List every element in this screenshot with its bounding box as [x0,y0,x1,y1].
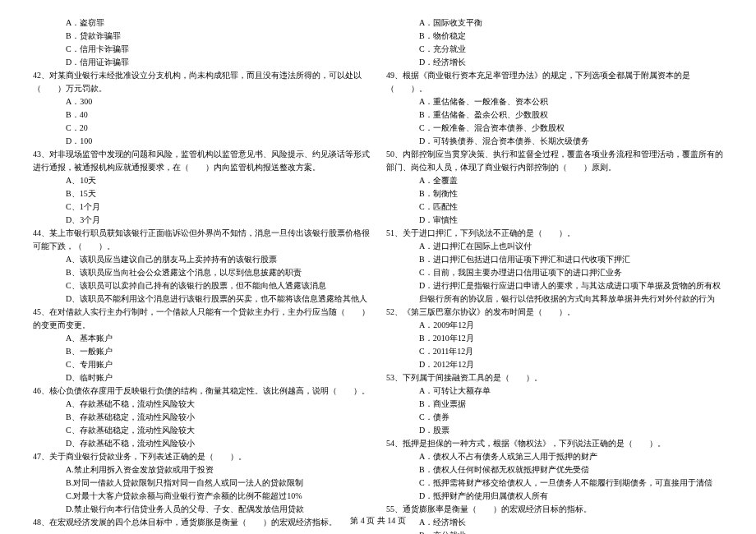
q46-option-a: A、存款基础不稳，流动性风险较大 [33,398,370,411]
q45-text: 45、在对借款人实行主办行制时，一个借款人只能有一个贷款主办行，主办行应当随（ … [33,306,370,332]
q51-option-a: A．进口押汇在国际上也叫议付 [386,240,723,253]
q43-option-c: C、1个月 [33,200,370,214]
q41-option-c: C．信用卡诈骗罪 [33,43,370,56]
q54-text: 54、抵押是担保的一种方式，根据《物权法》，下列说法正确的是（ ）。 [386,437,723,450]
q50-option-a: A．全覆盖 [386,174,723,187]
q48-option-b: B．物价稳定 [386,30,723,43]
q52-option-a: A．2009年12月 [386,319,723,332]
q46-option-b: B、存款基础稳定，流动性风险较小 [33,411,370,424]
q43-option-a: A、10天 [33,174,370,187]
q52-text: 52、《第三版巴塞尔协议》的发布时间是（ ）。 [386,306,723,319]
q54-option-b: B．债权人任何时候都无权就抵押财产优先受偿 [386,463,723,476]
q41-option-d: D．信用证诈骗罪 [33,56,370,69]
q55-option-b: B．充分就业 [386,529,723,534]
q42-option-d: D．100 [33,135,370,148]
q53-option-c: C．债券 [386,411,723,424]
q49-option-b: B．重估储备、盈余公积、少数股权 [386,108,723,122]
q50-option-b: B．制衡性 [386,187,723,200]
q47-option-b: B.对同一借款人贷款限制只指对同一自然人或同一法人的贷款限制 [33,476,370,490]
q43-option-b: B、15天 [33,187,370,200]
q48-option-a: A．国际收支平衡 [386,16,723,30]
q51-option-b: B．进口押汇包括进口信用证项下押汇和进口代收项下押汇 [386,253,723,266]
q42-option-b: B．40 [33,108,370,122]
q43-option-d: D、3个月 [33,214,370,227]
q44-option-b: B、该职员应当向社会公众透露这个消息，以尽到信息披露的职责 [33,266,370,279]
q51-option-d: D．进行押汇是指银行应进口申请人的要求，与其达成进口项下单据及货物的所有权归银行… [386,279,723,306]
q46-option-d: D、存款基础不稳，流动性风险较小 [33,437,370,450]
q44-text: 44、某上市银行职员获知该银行正面临诉讼但外界尚不知情，消息一旦传出该银行股票价… [33,227,370,253]
q53-option-b: B．商业票据 [386,398,723,411]
q53-option-d: D．股票 [386,424,723,437]
right-column: A．国际收支平衡 B．物价稳定 C．充分就业 D．经济增长 49、根据《商业银行… [386,16,723,501]
left-column: A．盗窃罪 B．贷款诈骗罪 C．信用卡诈骗罪 D．信用证诈骗罪 42、对某商业银… [33,16,370,501]
q44-option-d: D、该职员不能利用这个消息进行该银行股票的买卖，也不能将该信息透露给其他人 [33,292,370,306]
q49-option-d: D．可转换债券、混合资本债券、长期次级债务 [386,135,723,148]
q43-text: 43、对非现场监管中发现的问题和风险，监管机构以监管意见书、风险提示、约见谈话等… [33,148,370,174]
page-content: A．盗窃罪 B．贷款诈骗罪 C．信用卡诈骗罪 D．信用证诈骗罪 42、对某商业银… [33,16,723,501]
q45-option-a: A、基本账户 [33,332,370,345]
q51-text: 51、关于进口押汇，下列说法不正确的是（ ）。 [386,227,723,240]
q45-option-b: B、一般账户 [33,345,370,358]
q50-option-d: D．审慎性 [386,214,723,227]
q54-option-a: A．债权人不占有债务人或第三人用于抵押的财产 [386,450,723,463]
q49-option-c: C．一般准备、混合资本债券、少数股权 [386,122,723,135]
q45-option-c: C、专用账户 [33,358,370,371]
q50-option-c: C．匹配性 [386,200,723,214]
q46-option-c: C、存款基础稳定，流动性风险较大 [33,424,370,437]
q48-option-d: D．经济增长 [386,56,723,69]
q47-option-a: A.禁止利用拆入资金发放贷款或用于投资 [33,463,370,476]
q49-text: 49、根据《商业银行资本充足率管理办法》的规定，下列选项全都属于附属资本的是（ … [386,69,723,95]
q46-text: 46、核心负债依存度用于反映银行负债的结构，衡量其稳定性。该比例越高，说明（ ）… [33,384,370,398]
q50-text: 50、内部控制应当贯穿决策、执行和监督全过程，覆盖各项业务流程和管理活动，覆盖所… [386,148,723,174]
q42-option-a: A．300 [33,95,370,108]
q53-text: 53、下列属于间接融资工具的是（ ）。 [386,371,723,384]
q48-option-c: C．充分就业 [386,43,723,56]
q47-option-c: C.对最十大客户贷款余额与商业银行资产余额的比例不能超过10% [33,490,370,503]
q47-text: 47、关于商业银行贷款业务，下列表述正确的是（ ）。 [33,450,370,463]
q44-option-c: C、该职员可以卖掉自己持有的该银行的股票，但不能向他人透露该消息 [33,279,370,292]
q54-option-c: C．抵押需将财产移交给债权人，一旦债务人不能履行到期债务，可直接用于清偿 [386,476,723,490]
q51-option-c: C．目前，我国主要办理进口信用证项下的进口押汇业务 [386,266,723,279]
q53-option-a: A．可转让大额存单 [386,384,723,398]
q52-option-c: C．2011年12月 [386,345,723,358]
q49-option-a: A．重估储备、一般准备、资本公积 [386,95,723,108]
q44-option-a: A、该职员应当建议自己的朋友马上卖掉持有的该银行股票 [33,253,370,266]
page-footer: 第 4 页 共 14 页 [0,514,756,527]
q45-option-d: D、临时账户 [33,371,370,384]
q42-text: 42、对某商业银行未经批准设立分支机构，尚未构成犯罪，而且没有违法所得的，可以处… [33,69,370,95]
q52-option-d: D．2012年12月 [386,358,723,371]
q41-option-a: A．盗窃罪 [33,16,370,30]
q52-option-b: B．2010年12月 [386,332,723,345]
q41-option-b: B．贷款诈骗罪 [33,30,370,43]
q42-option-c: C．20 [33,122,370,135]
q54-option-d: D．抵押财产的使用归属债权人所有 [386,490,723,503]
